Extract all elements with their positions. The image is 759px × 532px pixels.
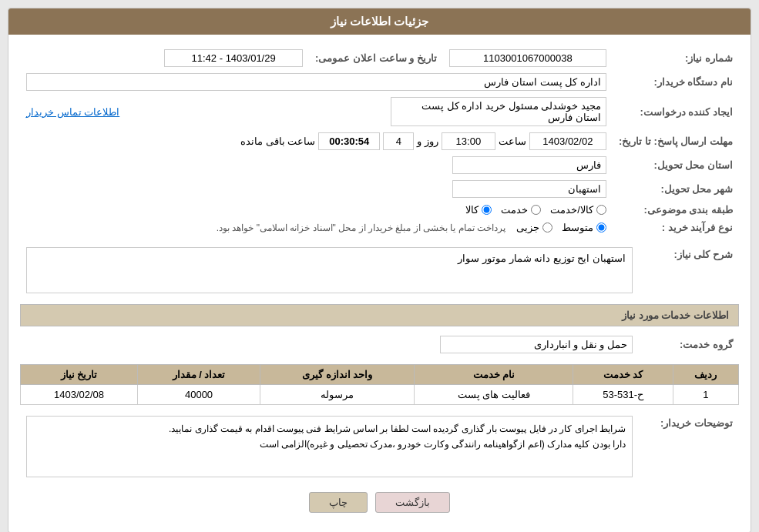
province-label: استان محل تحویل:	[613, 153, 739, 177]
purchase-type-note: پرداخت تمام یا بخشی از مبلغ خریدار از مح…	[217, 223, 505, 233]
city-value: استهبان	[452, 180, 606, 198]
print-button[interactable]: چاپ	[309, 492, 368, 513]
col-quantity: تعداد / مقدار	[138, 365, 260, 385]
category-label: طبقه بندی موضوعی:	[613, 201, 739, 219]
back-button[interactable]: بازگشت	[375, 492, 450, 513]
date-label: تاریخ و ساعت اعلان عمومی:	[309, 46, 443, 70]
deadline-date: 1403/02/02	[529, 132, 606, 150]
deadline-time-value: 13:00	[442, 132, 495, 150]
deadline-days-label: روز و	[417, 136, 438, 147]
button-group: بازگشت چاپ	[20, 492, 739, 520]
deadline-remaining-label: ساعت باقی مانده	[240, 136, 315, 147]
request-number-label: شماره نیاز:	[613, 46, 739, 70]
description-value: استهبان ایح توزیع دانه شمار موتور سوار	[33, 253, 626, 264]
deadline-time-label: ساعت	[499, 136, 526, 147]
creator-label: ایجاد کننده درخواست:	[613, 94, 739, 129]
table-row: 1ح-531-53فعالیت های پستمرسوله400001403/0…	[21, 385, 739, 405]
category-option-kala-khadamat[interactable]: کالا/خدمت	[550, 204, 606, 216]
date-value: 1403/01/29 - 11:42	[164, 49, 303, 67]
buyer-org-label: نام دستگاه خریدار:	[613, 70, 739, 94]
col-date: تاریخ نیاز	[21, 365, 138, 385]
service-group-value: حمل و نقل و انبارداری	[440, 336, 633, 353]
deadline-label: مهلت ارسال پاسخ: تا تاریخ:	[613, 129, 739, 153]
category-option-kala[interactable]: کالا	[465, 204, 492, 216]
services-table: ردیف کد خدمت نام خدمت واحد اندازه گیری ت…	[20, 364, 739, 405]
deadline-days-value: 4	[383, 132, 414, 150]
description-label: شرح کلی نیاز:	[639, 244, 739, 296]
creator-value: مجید خوشدلی مسئول خرید اداره کل پست استا…	[391, 97, 606, 126]
city-label: شهر محل تحویل:	[613, 177, 739, 201]
category-option-khadamat[interactable]: خدمت	[501, 204, 541, 216]
purchase-type-label: نوع فرآیند خرید :	[613, 219, 739, 236]
purchase-type-jozi[interactable]: جزیی	[516, 222, 552, 233]
request-number-value: 1103001067000038	[449, 49, 606, 67]
col-unit: واحد اندازه گیری	[260, 365, 415, 385]
col-row: ردیف	[673, 365, 738, 385]
service-group-label: گروه خدمت:	[639, 333, 739, 356]
deadline-remaining-value: 00:30:54	[318, 132, 380, 150]
buyer-notes-label: توضیحات خریدار:	[639, 413, 739, 480]
page-title: جزئیات اطلاعات نیاز	[8, 8, 751, 35]
col-name: نام خدمت	[415, 365, 573, 385]
province-value: فارس	[452, 156, 606, 174]
services-header: اطلاعات خدمات مورد نیاز	[20, 304, 739, 326]
buyer-notes-value: شرایط اجرای کار در فایل پیوست بار گذاری …	[33, 421, 626, 453]
buyer-org-value: اداره کل پست استان فارس	[26, 73, 606, 91]
col-code: کد خدمت	[573, 365, 673, 385]
contact-link[interactable]: اطلاعات تماس خریدار	[26, 106, 119, 118]
purchase-type-motavaset[interactable]: متوسط	[562, 222, 606, 233]
